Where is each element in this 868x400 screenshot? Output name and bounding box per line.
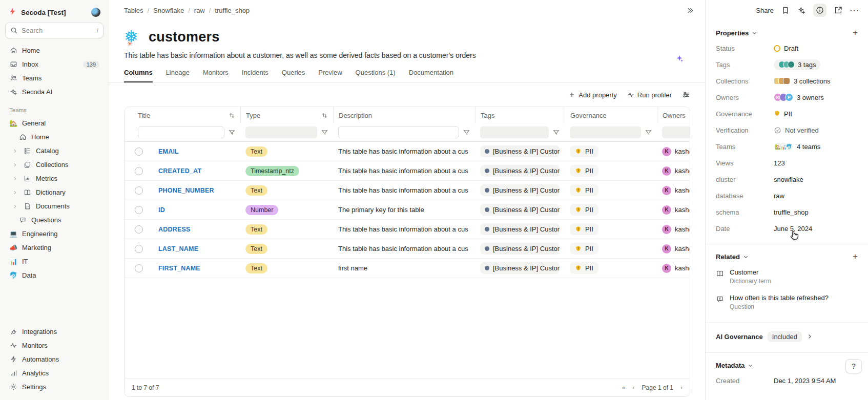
row-checkbox[interactable] [135, 264, 143, 272]
owner-cell[interactable]: Kkash@ [657, 225, 690, 234]
column-header-governance[interactable]: Governance [565, 107, 657, 123]
property-value[interactable]: raw [774, 192, 784, 200]
tag-pill[interactable]: [Business & IP] Customer [480, 184, 560, 196]
governance-pill[interactable]: PII [570, 243, 598, 255]
description-cell[interactable]: This table has basic information about a… [333, 148, 475, 155]
funnel-icon[interactable] [645, 129, 652, 136]
ai-governance-row[interactable]: AI Governance Included [716, 328, 858, 345]
tab-columns[interactable]: Columns [124, 69, 153, 82]
chevron-down-icon[interactable] [743, 254, 749, 260]
table-settings-icon[interactable] [682, 91, 690, 99]
property-value[interactable]: truffle_shop [774, 208, 809, 216]
help-button[interactable]: ? [845, 359, 862, 373]
column-title-link[interactable]: ID [158, 206, 165, 214]
column-title-link[interactable]: ADDRESS [158, 226, 191, 233]
chevron-right-icon[interactable] [12, 162, 18, 167]
owner-cell[interactable]: Kkash@ [657, 186, 690, 195]
sidebar-item-analytics[interactable]: Analytics [5, 366, 104, 380]
info-icon[interactable] [813, 4, 826, 17]
filter-input-tags[interactable] [480, 127, 549, 138]
column-title-link[interactable]: LAST_NAME [158, 245, 198, 252]
ai-sparkle-icon[interactable] [675, 54, 684, 64]
column-header-description[interactable]: Description [333, 107, 475, 123]
description-cell[interactable]: This table has basic information about a… [333, 245, 475, 252]
add-property-icon[interactable]: + [853, 28, 858, 38]
tab-questions-1-[interactable]: Questions (1) [356, 69, 396, 82]
bookmark-icon[interactable] [781, 6, 790, 14]
tab-lineage[interactable]: Lineage [166, 69, 190, 82]
related-item[interactable]: CustomerDictionary term [716, 264, 858, 289]
governance-pill[interactable]: PII [570, 204, 598, 216]
row-checkbox[interactable] [135, 206, 143, 214]
property-value[interactable]: snowflake [774, 176, 803, 183]
sidebar-team-general[interactable]: 🏡General [5, 116, 104, 130]
property-value[interactable]: Not verified [774, 127, 819, 134]
tab-monitors[interactable]: Monitors [203, 69, 229, 82]
description-cell[interactable]: This table has basic information about a… [333, 186, 475, 194]
funnel-icon[interactable] [229, 129, 235, 136]
search-input[interactable]: Search / [5, 23, 104, 38]
more-icon[interactable]: ··· [850, 7, 860, 14]
row-checkbox[interactable] [135, 186, 143, 195]
filter-input-title[interactable] [138, 127, 224, 138]
sidebar-item-documents[interactable]: Documents [5, 199, 104, 213]
description-cell[interactable]: This table has basic information about a… [333, 167, 475, 175]
governance-pill[interactable]: PII [570, 165, 598, 177]
row-checkbox[interactable] [135, 167, 143, 175]
breadcrumb-item[interactable]: truffle_shop [215, 7, 250, 14]
tag-pill[interactable]: [Business & IP] Customer [480, 165, 560, 177]
property-value[interactable]: 123 [774, 159, 785, 167]
property-value[interactable]: 3 collections [774, 77, 831, 85]
sidebar-item-home[interactable]: Home [5, 44, 104, 57]
add-property-button[interactable]: Add property [568, 91, 616, 99]
funnel-icon[interactable] [553, 129, 560, 136]
column-header-owners[interactable]: Owners [657, 107, 690, 123]
breadcrumb-item[interactable]: Snowflake [153, 7, 184, 14]
sidebar-item-collections[interactable]: Collections [5, 158, 104, 172]
sidebar-team-data[interactable]: 🐬Data [5, 268, 104, 282]
tag-pill[interactable]: [Business & IP] Customer [480, 204, 560, 216]
chevron-down-icon[interactable] [752, 30, 757, 36]
prev-page-icon[interactable]: ‹ [633, 384, 635, 391]
sparkles-icon[interactable] [797, 6, 805, 14]
sidebar-item-dictionary[interactable]: Dictionary [5, 185, 104, 199]
property-value[interactable]: 🏡📊🐬4 teams [774, 142, 820, 151]
filter-input-owners[interactable] [662, 127, 690, 138]
sidebar-item-monitors[interactable]: Monitors [5, 339, 104, 352]
sort-icon[interactable] [229, 112, 235, 119]
column-header-tags[interactable]: Tags [475, 107, 565, 123]
owner-cell[interactable]: Kkash@ [657, 244, 690, 254]
governance-pill[interactable]: PII [570, 145, 598, 157]
description-cell[interactable]: This table has basic information about a… [333, 225, 475, 233]
row-checkbox[interactable] [135, 245, 143, 253]
tab-documentation[interactable]: Documentation [409, 69, 453, 82]
add-related-icon[interactable]: + [853, 251, 858, 262]
tab-queries[interactable]: Queries [282, 69, 305, 82]
property-value[interactable]: 3 tags [774, 59, 820, 70]
tag-pill[interactable]: [Business & IP] Customer [480, 145, 560, 157]
chevron-right-icon[interactable] [12, 204, 18, 209]
breadcrumb-item[interactable]: raw [194, 7, 205, 14]
sidebar-item-secoda-ai[interactable]: Secoda AI [5, 85, 104, 99]
column-header-title[interactable]: Title [125, 107, 240, 123]
column-title-link[interactable]: EMAIL [158, 148, 179, 155]
property-value[interactable]: PII [774, 110, 792, 118]
tab-preview[interactable]: Preview [318, 69, 342, 82]
sidebar-item-teams[interactable]: Teams [5, 71, 104, 85]
description-cell[interactable]: The primary key for this table [333, 206, 475, 214]
funnel-icon[interactable] [321, 129, 328, 136]
sidebar-item-settings[interactable]: Settings [5, 380, 104, 394]
tab-incidents[interactable]: Incidents [242, 69, 268, 82]
share-button[interactable]: Share [756, 7, 774, 14]
owner-cell[interactable]: Kkash@ [657, 166, 690, 176]
sidebar-team-it[interactable]: 📊IT [5, 255, 104, 268]
sort-icon[interactable] [321, 112, 328, 119]
first-page-icon[interactable]: « [622, 384, 626, 391]
governance-pill[interactable]: PII [570, 184, 598, 196]
column-title-link[interactable]: FIRST_NAME [158, 265, 200, 272]
property-value[interactable]: June 5, 2024 [774, 225, 812, 233]
sidebar-team-marketing[interactable]: 📣Marketing [5, 241, 104, 255]
user-avatar[interactable] [91, 8, 100, 17]
owner-cell[interactable]: Kkash@ [657, 147, 690, 156]
governance-pill[interactable]: PII [570, 223, 598, 235]
